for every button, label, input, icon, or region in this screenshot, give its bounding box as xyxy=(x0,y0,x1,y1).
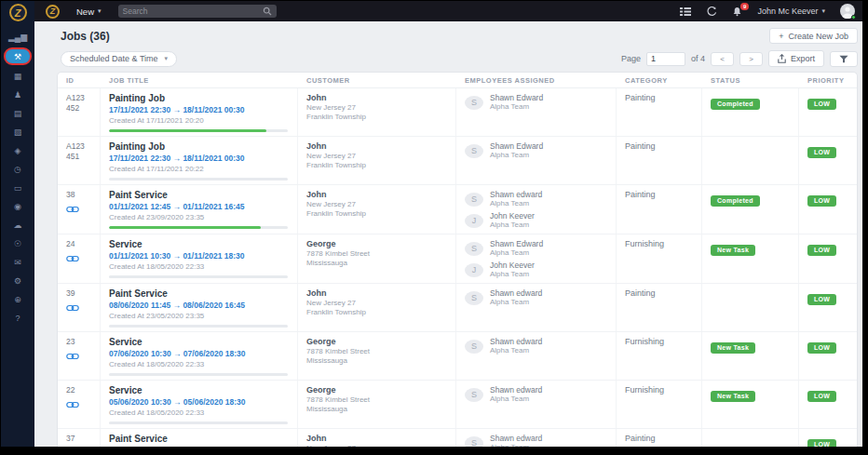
customer-name: George xyxy=(306,239,448,249)
table-row[interactable]: 22Service05/06/2020 10:30 → 05/06/2020 1… xyxy=(58,381,857,429)
customer-address-line: 7878 Kimbel Street xyxy=(306,249,448,259)
employee-avatar: S xyxy=(465,340,483,354)
customer-address-line: Mississauga xyxy=(306,356,448,366)
job-id-cell: 39 xyxy=(58,284,101,331)
sync-icon[interactable] xyxy=(706,7,717,16)
export-label: Export xyxy=(791,54,815,63)
sidebar-item-analytics[interactable]: ▂▄▆ xyxy=(4,29,32,45)
category-cell: Painting xyxy=(617,284,702,331)
sidebar-item-dispatch-board[interactable]: ▭ xyxy=(4,180,32,195)
linked-job-icon[interactable] xyxy=(66,255,79,262)
sidebar-item-help[interactable]: ? xyxy=(4,310,32,326)
linked-job-icon[interactable] xyxy=(66,353,79,360)
job-progress-bar xyxy=(109,275,288,278)
chevron-down-icon: ▾ xyxy=(821,7,825,15)
avatar[interactable] xyxy=(840,4,855,19)
sidebar-item-parts[interactable]: ◈ xyxy=(4,142,32,158)
column-header-employees-assigned: Employees Assigned xyxy=(456,73,617,87)
new-menu-button[interactable]: New ▾ xyxy=(76,7,102,17)
table-row[interactable]: A123 452Painting Job17/11/2021 22:30 → 1… xyxy=(58,88,857,137)
employee-name: Shawn edward xyxy=(490,190,542,199)
scheduled-time-link[interactable]: 05/06/2020 10:30 → 05/06/2020 18:30 xyxy=(109,397,290,408)
job-progress-fill xyxy=(109,226,261,229)
sort-dropdown[interactable]: Scheduled Date & Time ▾ xyxy=(61,51,177,67)
scheduled-time-link[interactable]: 04/06/2020 11:45 → 04/06/2020 16:45 xyxy=(109,446,290,447)
messages-icon: ✉ xyxy=(14,258,21,267)
table-row[interactable]: A123 451Painting Job17/11/2021 22:30 → 1… xyxy=(58,137,857,185)
employee-info: Shawn edwardAlpha Team xyxy=(490,385,542,404)
scheduled-time-link[interactable]: 08/06/2020 11:45 → 08/06/2020 16:45 xyxy=(109,301,290,311)
scheduled-time-link[interactable]: 17/11/2021 22:30 → 18/11/2021 00:30 xyxy=(109,154,290,164)
sidebar-item-settings[interactable]: ⚙ xyxy=(4,273,32,288)
estimates-icon: ▧ xyxy=(14,127,22,137)
table-row[interactable]: 24Service01/11/2021 10:30 → 01/11/2021 1… xyxy=(58,234,857,284)
sidebar-item-user-management[interactable]: ☉ xyxy=(4,235,32,251)
scheduled-time-link[interactable]: 01/11/2021 10:30 → 01/11/2021 18:30 xyxy=(109,251,290,261)
category-cell: Painting xyxy=(617,137,702,184)
customer-cell: JohnNew Jersey 27Franklin Township xyxy=(298,429,456,447)
customer-address-line: Franklin Township xyxy=(306,308,448,317)
employee-avatar: S xyxy=(465,144,483,158)
export-button[interactable]: Export xyxy=(768,50,824,67)
table-row[interactable]: 39Paint Service08/06/2020 11:45 → 08/06/… xyxy=(58,284,857,332)
settings-icon: ⚙ xyxy=(14,276,21,286)
apps-grid-icon[interactable] xyxy=(680,7,691,16)
job-id: 23 xyxy=(66,337,92,347)
scheduled-time-link[interactable]: 17/11/2021 22:30 → 18/11/2021 00:30 xyxy=(109,105,290,115)
sidebar-item-customers[interactable]: ♟ xyxy=(4,87,32,102)
create-new-job-button[interactable]: + Create New Job xyxy=(769,28,858,44)
customer-name: John xyxy=(306,434,448,444)
priority-cell: LOW xyxy=(799,284,858,331)
page-total-label: of 4 xyxy=(691,54,705,63)
customer-cell: George7878 Kimbel StreetMississauga xyxy=(298,234,456,283)
priority-cell: LOW xyxy=(799,137,858,184)
search-input[interactable] xyxy=(123,7,263,16)
previous-page-button[interactable]: < xyxy=(711,52,734,66)
table-row[interactable]: 38Paint Service01/11/2021 12:45 → 01/11/… xyxy=(58,185,857,234)
job-title: Painting Job xyxy=(109,141,290,153)
column-header-status: Status xyxy=(702,73,799,87)
employee-info: Shawn edwardAlpha Team xyxy=(490,434,542,447)
page-number-input[interactable] xyxy=(646,52,685,66)
user-management-icon: ☉ xyxy=(14,239,21,248)
table-row[interactable]: 37Paint Service04/06/2020 11:45 → 04/06/… xyxy=(58,429,857,447)
brand-logo-small: Z xyxy=(46,5,60,19)
job-progress-fill xyxy=(109,129,266,132)
status-cell: Completed xyxy=(702,88,799,136)
scheduled-time-link[interactable]: 01/11/2021 12:45 → 01/11/2021 16:45 xyxy=(109,202,290,212)
sidebar-item-schedule[interactable]: ▦ xyxy=(4,68,32,84)
scheduled-time-link[interactable]: 07/06/2020 10:30 → 07/06/2020 18:30 xyxy=(109,349,290,359)
sidebar-item-invoices[interactable]: ▤ xyxy=(4,105,32,121)
employee-avatar: S xyxy=(465,242,483,256)
job-progress-bar xyxy=(109,178,288,181)
table-row[interactable]: 23Service07/06/2020 10:30 → 07/06/2020 1… xyxy=(58,332,857,381)
sidebar: Z ▂▄▆⚒▦♟▤▧◈◷▭◉☁☉✉⚙⊕? xyxy=(1,1,34,447)
next-page-button[interactable]: > xyxy=(739,52,763,66)
help-icon: ? xyxy=(15,314,20,323)
sidebar-item-timesheets[interactable]: ◷ xyxy=(4,161,32,177)
customer-address-line: New Jersey 27 xyxy=(306,299,448,308)
employees-cell: SShawn edwardAlpha Team xyxy=(456,284,617,331)
sidebar-item-messages[interactable]: ✉ xyxy=(4,254,32,270)
linked-job-icon[interactable] xyxy=(66,401,79,408)
job-id: 39 xyxy=(66,288,92,299)
customer-name: George xyxy=(306,337,448,347)
customer-address-line: New Jersey 27 xyxy=(306,103,448,113)
sidebar-item-integrations[interactable]: ⊕ xyxy=(4,291,32,307)
created-at-text: Created At 17/11/2021 20:20 xyxy=(109,116,290,126)
sidebar-item-fleet[interactable]: ☁ xyxy=(4,217,32,233)
job-title-cell: Painting Job17/11/2021 22:30 → 18/11/202… xyxy=(101,88,298,136)
linked-job-icon[interactable] xyxy=(66,206,79,213)
filter-button[interactable] xyxy=(830,51,858,67)
employee-info: Shawn edwardAlpha Team xyxy=(490,190,542,208)
sidebar-item-broadcast[interactable]: ◉ xyxy=(4,198,32,214)
sidebar-item-estimates[interactable]: ▧ xyxy=(4,124,32,140)
customer-name: John xyxy=(306,190,448,200)
linked-job-icon[interactable] xyxy=(66,304,79,312)
user-menu[interactable]: John Mc Keever ▾ xyxy=(757,7,825,16)
sidebar-item-jobs[interactable]: ⚒ xyxy=(4,47,32,65)
notifications-bell-icon[interactable]: 9 xyxy=(732,7,742,17)
search-box xyxy=(118,5,277,18)
column-header-id: ID xyxy=(58,73,101,87)
job-id-cell: 38 xyxy=(58,185,101,234)
